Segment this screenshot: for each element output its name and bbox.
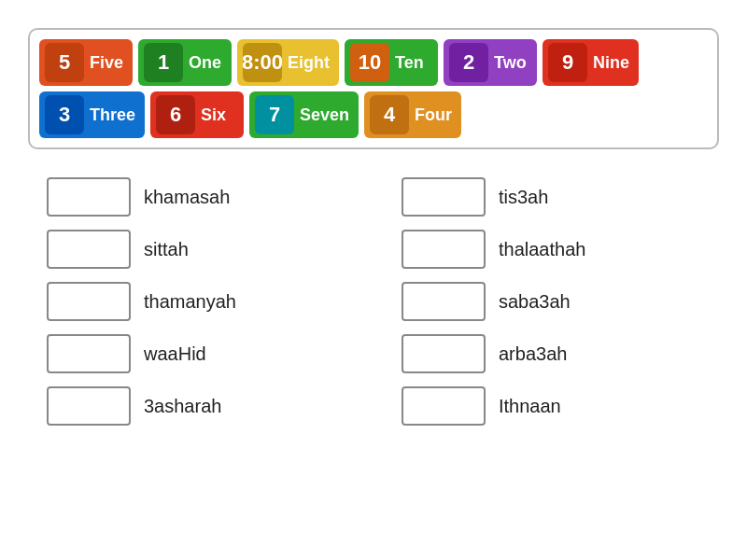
card-six[interactable]: 6Six — [150, 91, 244, 138]
match-row-left-2: thamanyah — [47, 282, 345, 321]
card-label-five: Five — [90, 53, 123, 73]
match-area: khamasahtis3ahsittahthalaathahthamanyahs… — [28, 177, 719, 426]
match-row-right-1: thalaathah — [402, 230, 700, 269]
card-nine[interactable]: 9Nine — [543, 39, 639, 86]
match-label-right-2: saba3ah — [499, 291, 571, 313]
drop-box-right-3[interactable] — [402, 334, 486, 373]
card-label-seven: Seven — [300, 105, 349, 125]
drop-box-left-1[interactable] — [47, 230, 131, 269]
icon-seven: 7 — [255, 95, 294, 134]
card-four[interactable]: 4Four — [364, 91, 461, 138]
card-three[interactable]: 3Three — [39, 91, 145, 138]
icon-eight: 8:00 — [243, 43, 282, 82]
match-row-left-3: waaHid — [47, 334, 345, 373]
card-label-one: One — [189, 53, 221, 73]
icon-three: 3 — [45, 95, 84, 134]
drop-box-right-1[interactable] — [402, 230, 486, 269]
icon-five: 5 — [45, 43, 84, 82]
match-row-left-4: 3asharah — [47, 386, 345, 426]
card-seven[interactable]: 7Seven — [249, 91, 359, 138]
match-label-right-3: arba3ah — [499, 343, 567, 365]
card-label-three: Three — [90, 105, 135, 125]
match-label-right-0: tis3ah — [499, 187, 548, 208]
card-label-eight: Eight — [288, 53, 330, 73]
card-one[interactable]: 1One — [138, 39, 232, 86]
drop-box-right-0[interactable] — [402, 177, 486, 217]
match-row-left-0: khamasah — [47, 177, 345, 217]
match-label-right-1: thalaathah — [499, 239, 585, 260]
match-row-right-2: saba3ah — [402, 282, 700, 321]
card-label-four: Four — [415, 105, 452, 125]
card-five[interactable]: 5Five — [39, 39, 133, 86]
card-label-two: Two — [494, 53, 527, 73]
icon-four: 4 — [370, 95, 409, 134]
card-label-ten: Ten — [395, 53, 424, 73]
cards-bank: 5Five1One8:00Eight10Ten2Two9Nine3Three6S… — [28, 28, 719, 149]
card-eight[interactable]: 8:00Eight — [237, 39, 339, 86]
match-label-left-4: 3asharah — [144, 396, 221, 417]
match-row-right-0: tis3ah — [402, 177, 700, 217]
card-ten[interactable]: 10Ten — [345, 39, 438, 86]
card-two[interactable]: 2Two — [444, 39, 537, 86]
match-label-right-4: Ithnaan — [499, 396, 561, 417]
match-row-right-4: Ithnaan — [402, 386, 700, 426]
drop-box-left-3[interactable] — [47, 334, 131, 373]
main-container: 5Five1One8:00Eight10Ten2Two9Nine3Three6S… — [28, 28, 719, 426]
drop-box-left-2[interactable] — [47, 282, 131, 321]
match-label-left-1: sittah — [144, 239, 189, 260]
match-label-left-3: waaHid — [144, 343, 206, 365]
card-label-six: Six — [201, 105, 226, 125]
drop-box-left-0[interactable] — [47, 177, 131, 217]
card-label-nine: Nine — [593, 53, 629, 73]
icon-one: 1 — [144, 43, 183, 82]
icon-nine: 9 — [548, 43, 587, 82]
icon-six: 6 — [156, 95, 195, 134]
match-row-right-3: arba3ah — [402, 334, 700, 373]
match-label-left-0: khamasah — [144, 187, 230, 208]
drop-box-right-2[interactable] — [402, 282, 486, 321]
drop-box-right-4[interactable] — [402, 386, 486, 426]
icon-two: 2 — [449, 43, 488, 82]
match-row-left-1: sittah — [47, 230, 345, 269]
drop-box-left-4[interactable] — [47, 386, 131, 426]
match-label-left-2: thamanyah — [144, 291, 236, 313]
icon-ten: 10 — [350, 43, 389, 82]
